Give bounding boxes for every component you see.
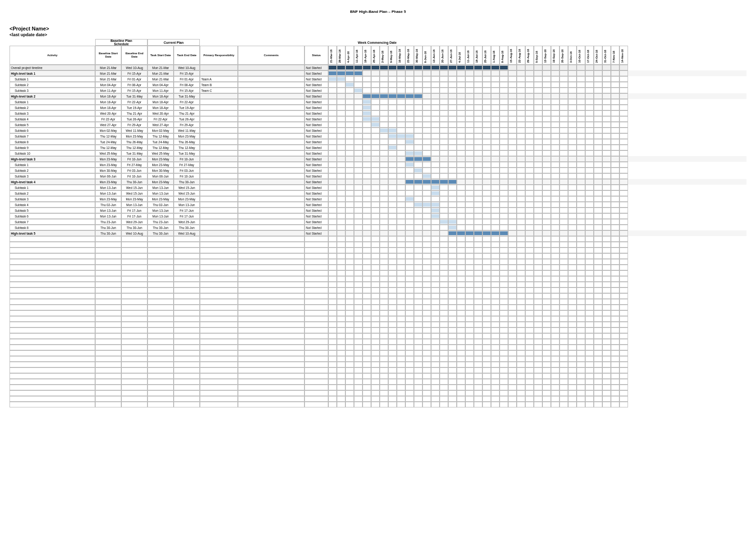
gantt-cell [414, 230, 422, 236]
gantt-cell [431, 293, 440, 299]
gantt-cell [542, 373, 551, 379]
gantt-cell [328, 185, 337, 190]
gantt-cell [500, 208, 508, 213]
cell-status [304, 322, 328, 327]
cell-bl-start: Mon 21-Mar [95, 76, 121, 82]
gantt-cell [345, 385, 354, 390]
gantt-cell [397, 168, 405, 173]
gantt-cell [508, 196, 517, 202]
gantt-cell [414, 339, 422, 345]
gantt-bar [354, 89, 362, 92]
gantt-cell [619, 202, 628, 208]
gantt-cell [457, 65, 465, 70]
gantt-cell [422, 345, 431, 350]
gantt-cell [534, 293, 542, 299]
gantt-cell [474, 225, 482, 230]
gantt-cell [551, 362, 560, 367]
gantt-bar [354, 66, 362, 69]
cell-cur-end [174, 327, 200, 333]
gantt-cell [542, 196, 551, 202]
gantt-cell [388, 76, 397, 82]
cell-cur-start [147, 265, 174, 270]
cell-activity [10, 362, 95, 367]
cell-bl-start: Wed 25-May [95, 150, 121, 156]
gantt-cell [517, 122, 525, 128]
gantt-cell [345, 110, 354, 116]
gantt-cell [397, 156, 405, 162]
table-row-empty [10, 236, 746, 242]
cell-cur-start: Mon 21-Mar [147, 65, 174, 70]
gantt-cell [328, 373, 337, 379]
gantt-cell [371, 128, 380, 133]
cell-cur-start: Mon 11-Apr [147, 88, 174, 93]
gantt-cell [457, 219, 465, 225]
gantt-cell [363, 345, 371, 350]
gantt-cell [354, 76, 363, 82]
gantt-cell [448, 402, 457, 407]
gantt-cell [414, 122, 422, 128]
cell-resp [200, 373, 238, 379]
gantt-cell [414, 156, 422, 162]
cell-status: Not Started [304, 173, 328, 179]
gantt-cell [594, 350, 602, 356]
gantt-cell [457, 396, 465, 402]
gantt-cell [474, 173, 482, 179]
cell-comments [238, 362, 304, 367]
gantt-cell [422, 362, 431, 367]
cell-bl-start [95, 339, 121, 345]
gantt-cell [422, 396, 431, 402]
cell-activity [10, 253, 95, 259]
gantt-cell [508, 373, 517, 379]
cell-status: Not Started [304, 105, 328, 110]
gantt-cell [328, 225, 337, 230]
gantt-cell [337, 333, 345, 339]
gantt-cell [345, 173, 354, 179]
gantt-cell [474, 168, 482, 173]
cell-resp [200, 248, 238, 253]
cell-cur-end: Fri 03-Jun [174, 168, 200, 173]
gantt-cell [405, 322, 414, 327]
gantt-cell [525, 265, 534, 270]
gantt-bar [449, 226, 456, 229]
table-row-empty [10, 310, 746, 316]
gantt-cell [577, 390, 585, 396]
gantt-cell [534, 139, 542, 145]
gantt-bar [389, 94, 396, 98]
gantt-cell [577, 122, 585, 128]
gantt-cell [611, 339, 619, 345]
cell-bl-start [95, 236, 121, 242]
cell-bl-end: Fri 10-Jun [121, 173, 147, 179]
gantt-cell [500, 128, 508, 133]
hdr-resp: Primary Responsibility [200, 46, 238, 65]
gantt-cell [534, 133, 542, 139]
gantt-cell [405, 373, 414, 379]
gantt-cell [457, 293, 465, 299]
gantt-cell [517, 253, 525, 259]
gantt-cell [465, 70, 474, 76]
gantt-cell [551, 93, 560, 99]
gantt-cell [542, 173, 551, 179]
cell-resp [200, 196, 238, 202]
table-row: Subtask 7Thu 12-MayMon 23-MayThu 12-MayM… [10, 133, 746, 139]
cell-bl-end [121, 356, 147, 362]
cell-status: Not Started [304, 116, 328, 122]
gantt-cell [465, 105, 474, 110]
hdr-bl-start: Baseline Start Date [95, 46, 121, 65]
gantt-cell [388, 339, 397, 345]
gantt-cell [508, 145, 517, 150]
gantt-cell [491, 145, 500, 150]
gantt-cell [397, 236, 405, 242]
gantt-cell [611, 299, 619, 305]
gantt-cell [560, 345, 568, 350]
gantt-cell [500, 339, 508, 345]
gantt-cell [619, 88, 628, 93]
gantt-cell [602, 150, 611, 156]
gantt-cell [542, 122, 551, 128]
gantt-cell [457, 162, 465, 168]
gantt-cell [422, 70, 431, 76]
gantt-cell [440, 128, 448, 133]
gantt-cell [371, 293, 380, 299]
gantt-cell [363, 310, 371, 316]
cell-status: Not Started [304, 196, 328, 202]
gantt-cell [482, 356, 491, 362]
